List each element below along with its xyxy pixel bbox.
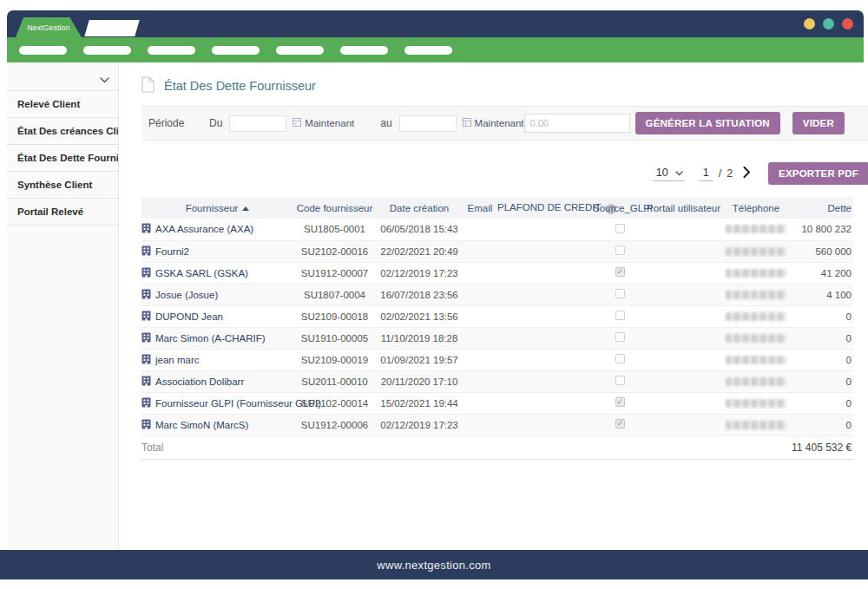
cell-dette: 560 000 <box>792 240 853 262</box>
export-pdf-button[interactable]: EXPORTER PDF <box>768 162 868 185</box>
date-from-input[interactable] <box>229 115 286 132</box>
chevron-down-icon <box>675 167 683 179</box>
column-header[interactable]: Fournisseur <box>141 197 293 219</box>
column-header[interactable]: Email <box>463 197 497 219</box>
sidebar-item[interactable]: Portail Relevé <box>7 199 118 226</box>
date-to-label: au <box>380 117 391 129</box>
supplier-name: Association Dolibarr <box>155 376 244 387</box>
now-link-from[interactable]: Maintenant <box>293 118 354 128</box>
supplier-link[interactable]: Josue (Josue) <box>141 289 293 301</box>
source-glpi-checkbox[interactable] <box>615 354 625 363</box>
table-header-row: FournisseurCode fournisseurDate création… <box>141 197 853 219</box>
amount-input[interactable] <box>524 114 630 133</box>
building-icon <box>141 267 151 279</box>
calendar-icon[interactable] <box>463 118 471 128</box>
redacted-phone <box>726 356 786 364</box>
cell-portail-utilisateur <box>647 392 720 414</box>
generate-situation-button[interactable]: GÉNÉRER LA SITUATION <box>635 112 780 134</box>
supplier-link[interactable]: Association Dolibarr <box>141 376 293 388</box>
source-glpi-checkbox[interactable] <box>615 245 625 255</box>
now-link-to[interactable]: Maintenant <box>463 118 524 128</box>
cell-telephone <box>720 370 792 392</box>
page-size-select[interactable]: 10 <box>653 167 685 181</box>
column-header[interactable]: PLAFOND DE CREDITi <box>497 197 593 219</box>
cell-portail-utilisateur <box>647 219 720 240</box>
source-glpi-checkbox[interactable] <box>615 224 625 233</box>
supplier-link[interactable]: Marc Simon (A-CHARIF) <box>141 332 293 344</box>
cell-date-creation: 11/10/2019 18:28 <box>376 327 463 349</box>
sidebar-item[interactable]: État Des Dette Fournis... <box>7 145 118 172</box>
cell-portail-utilisateur <box>647 370 720 392</box>
cell-date-creation: 02/02/2021 13:56 <box>376 305 463 327</box>
supplier-link[interactable]: DUPOND Jean <box>141 311 293 323</box>
supplier-link[interactable]: Fournisseur GLPI (Fournisseur GLPI) <box>141 397 293 409</box>
cell-dette: 0 <box>792 349 853 370</box>
footer-url[interactable]: www.nextgestion.com <box>377 559 490 572</box>
cell-portail-utilisateur <box>647 284 720 305</box>
sidebar-menu: Relevé ClientÉtat Des créances ClientÉta… <box>7 91 118 226</box>
cell-telephone <box>720 392 792 414</box>
date-to-input[interactable] <box>399 115 457 132</box>
sidebar-item[interactable]: État Des créances Client <box>7 118 118 145</box>
source-glpi-checkbox[interactable] <box>615 332 625 342</box>
column-header-label: Code fournisseur <box>297 203 373 213</box>
next-page-button[interactable] <box>743 167 751 180</box>
clear-button[interactable]: VIDER <box>792 112 845 134</box>
source-glpi-checkbox[interactable] <box>615 419 625 429</box>
sidebar-collapse-control[interactable] <box>7 62 118 91</box>
cell-email <box>463 305 497 327</box>
document-icon <box>141 76 155 96</box>
supplier-link[interactable]: AXA Assurance (AXA) <box>141 223 293 235</box>
supplier-name: DUPOND Jean <box>155 311 223 322</box>
source-glpi-checkbox[interactable] <box>615 311 625 320</box>
column-header[interactable]: Portail utilisateur <box>647 197 720 219</box>
supplier-link[interactable]: GSKA SARL (GSKA) <box>141 267 293 279</box>
supplier-name: AXA Assurance (AXA) <box>155 224 253 234</box>
nav-item-placeholder[interactable] <box>83 46 131 55</box>
redacted-phone <box>726 377 786 386</box>
column-header[interactable]: Code fournisseur <box>293 197 376 219</box>
window-button-1[interactable] <box>804 18 815 29</box>
cell-plafond-credit <box>497 392 593 414</box>
nav-item-placeholder[interactable] <box>404 46 452 55</box>
nav-item-placeholder[interactable] <box>340 46 388 55</box>
sidebar-item[interactable]: Relevé Client <box>7 91 118 118</box>
supplier-link[interactable]: jean marc <box>141 354 293 366</box>
table-row: Josue (Josue)SU1807-000416/07/2018 23:56… <box>141 284 853 305</box>
cell-source-glpi <box>593 240 647 262</box>
window-button-2[interactable] <box>823 18 834 29</box>
cell-dette: 0 <box>792 392 853 414</box>
inactive-tab-placeholder[interactable] <box>84 20 139 36</box>
cell-fournisseur: DUPOND Jean <box>141 305 293 327</box>
source-glpi-checkbox[interactable] <box>615 267 625 277</box>
column-header[interactable]: Date création <box>376 197 463 219</box>
nav-item-placeholder[interactable] <box>276 46 324 55</box>
supplier-link[interactable]: Marc SimoN (MarcS) <box>141 419 293 431</box>
column-header[interactable]: Dette <box>792 197 853 219</box>
cell-fournisseur: jean marc <box>141 349 293 370</box>
cell-code: SU2109-00019 <box>293 349 376 370</box>
window-button-3[interactable] <box>842 18 853 29</box>
supplier-link[interactable]: Fourni2 <box>141 245 293 258</box>
column-header[interactable]: Source_GLPI <box>593 197 647 219</box>
cell-source-glpi <box>593 349 647 370</box>
column-header[interactable]: Téléphone <box>720 197 792 219</box>
cell-telephone <box>720 262 792 284</box>
cell-telephone <box>720 349 792 370</box>
source-glpi-checkbox[interactable] <box>615 376 625 385</box>
cell-email <box>463 284 497 305</box>
nav-item-placeholder[interactable] <box>148 46 195 55</box>
sidebar-item[interactable]: Synthèse Client <box>7 172 118 199</box>
cell-source-glpi <box>593 370 647 392</box>
calendar-icon[interactable] <box>293 118 301 128</box>
current-page-field[interactable]: 1 <box>699 167 713 181</box>
cell-date-creation: 06/05/2018 15:43 <box>376 219 463 240</box>
cell-email <box>463 370 497 392</box>
brand-tab[interactable]: NextGestion <box>16 17 82 37</box>
nav-item-placeholder[interactable] <box>19 46 67 55</box>
source-glpi-checkbox[interactable] <box>615 397 625 407</box>
source-glpi-checkbox[interactable] <box>615 289 625 298</box>
nav-item-placeholder[interactable] <box>212 46 260 55</box>
building-icon <box>141 354 151 366</box>
cell-portail-utilisateur <box>647 327 720 349</box>
